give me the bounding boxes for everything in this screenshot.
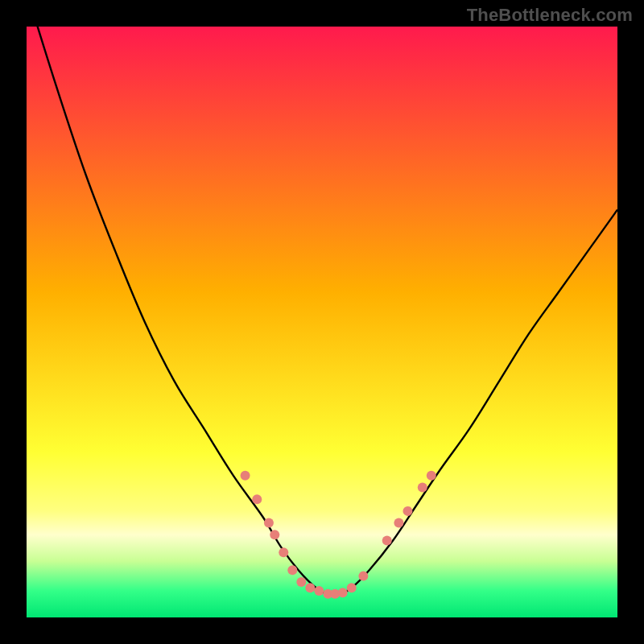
- marker-dot: [347, 583, 357, 592]
- marker-dot: [338, 588, 348, 597]
- marker-dot: [270, 530, 279, 539]
- marker-dot: [296, 577, 306, 587]
- marker-dot: [418, 483, 427, 493]
- marker-dot: [287, 565, 297, 575]
- chart-frame: TheBottleneck.com: [0, 0, 644, 644]
- marker-dot: [252, 494, 262, 504]
- marker-dot: [305, 583, 315, 592]
- marker-dot: [264, 518, 274, 528]
- marker-dot: [402, 506, 412, 516]
- marker-dot: [314, 586, 324, 596]
- marker-dot: [241, 471, 250, 481]
- marker-dot: [279, 547, 288, 557]
- bottleneck-chart: [0, 0, 644, 644]
- plot-background: [27, 27, 617, 617]
- marker-dot: [427, 471, 436, 481]
- marker-dot: [358, 572, 368, 581]
- marker-dot: [382, 536, 392, 546]
- marker-dot: [394, 518, 403, 528]
